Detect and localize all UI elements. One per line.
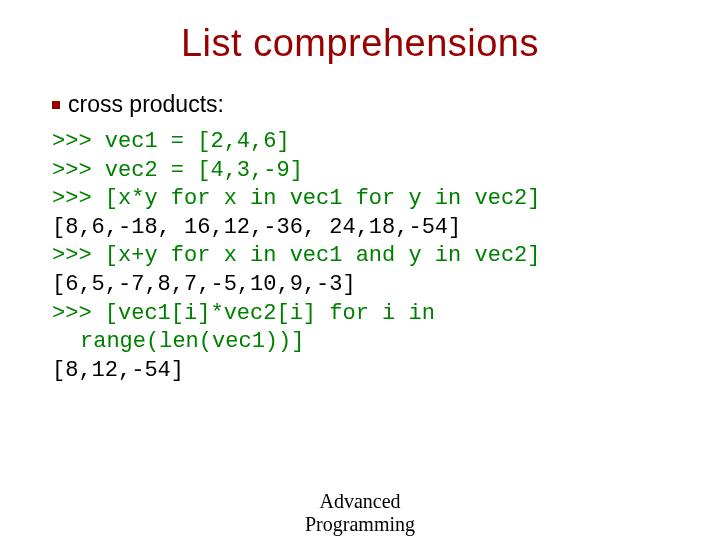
output-line: [8,6,-18, 16,12,-36, 24,18,-54] [52, 214, 682, 243]
code-line: >>> [x+y for x in vec1 and y in vec2] [52, 242, 682, 271]
output-line: [8,12,-54] [52, 357, 682, 386]
code-line: >>> vec2 = [4,3,-9] [52, 157, 682, 186]
code-text: vec2 = [4,3,-9] [105, 158, 303, 183]
footer: Advanced Programming [305, 490, 415, 536]
square-bullet-icon [52, 101, 60, 109]
code-text: [vec1[i]*vec2[i] for i in [105, 301, 435, 326]
prompt-text: >>> [52, 129, 105, 154]
code-line: >>> [x*y for x in vec1 for y in vec2] [52, 185, 682, 214]
prompt-text: >>> [52, 243, 105, 268]
code-text: [x*y for x in vec1 for y in vec2] [105, 186, 541, 211]
footer-line-2: Programming [305, 513, 415, 536]
bullet-item: cross products: [38, 91, 682, 118]
slide: List comprehensions cross products: >>> … [0, 0, 720, 395]
code-line: >>> [vec1[i]*vec2[i] for i in [52, 300, 682, 329]
prompt-text: >>> [52, 301, 105, 326]
slide-title: List comprehensions [38, 22, 682, 65]
code-text: [x+y for x in vec1 and y in vec2] [105, 243, 541, 268]
prompt-text: >>> [52, 186, 105, 211]
prompt-text: >>> [52, 158, 105, 183]
code-block: >>> vec1 = [2,4,6] >>> vec2 = [4,3,-9] >… [38, 128, 682, 385]
code-continuation: range(len(vec1))] [52, 328, 682, 357]
bullet-text: cross products: [68, 91, 224, 118]
code-line: >>> vec1 = [2,4,6] [52, 128, 682, 157]
code-text: vec1 = [2,4,6] [105, 129, 290, 154]
footer-line-1: Advanced [305, 490, 415, 513]
output-line: [6,5,-7,8,7,-5,10,9,-3] [52, 271, 682, 300]
